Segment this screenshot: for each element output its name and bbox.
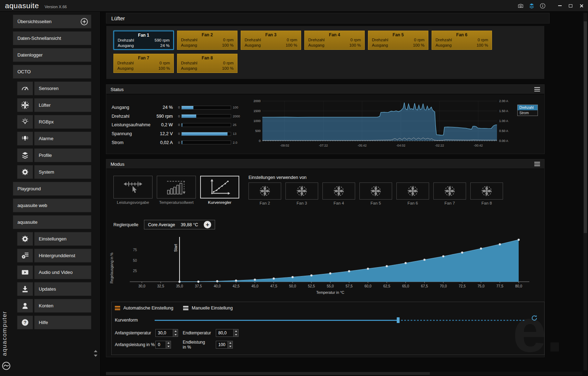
anfangstemperatur-input[interactable]: 30,0 bbox=[155, 329, 178, 337]
fan-card-7[interactable]: Fan 7 Drehzahl0 rpm Ausgang100 % bbox=[113, 54, 174, 73]
mode-leistungsvorgabe[interactable]: Leistungsvorgabe bbox=[113, 176, 153, 205]
svg-text:65,0: 65,0 bbox=[402, 284, 409, 288]
svg-text:2000: 2000 bbox=[253, 99, 261, 103]
apply-fan-7-button[interactable]: Fan 7 bbox=[433, 182, 466, 205]
svg-text:60,0: 60,0 bbox=[364, 284, 371, 288]
panel-menu-icon[interactable] bbox=[534, 162, 540, 166]
fan-card-8[interactable]: Fan 8 Drehzahl0 rpm Ausgang100 % bbox=[177, 54, 237, 73]
sidebar-item-profile[interactable]: Profile bbox=[17, 148, 91, 162]
status-history-chart: 00.00 A5000.50 A10001.00 A15001.50 A2000… bbox=[248, 98, 522, 152]
sidebar-item-sensoren[interactable]: Sensoren bbox=[17, 81, 91, 95]
spin-down[interactable] bbox=[173, 333, 178, 337]
spin-up[interactable] bbox=[166, 341, 171, 345]
spin-down[interactable] bbox=[166, 345, 171, 349]
vertical-scrollbar[interactable] bbox=[583, 13, 587, 370]
scrollbar-thumb[interactable] bbox=[584, 21, 587, 233]
tab-automatische-einstellung[interactable]: Automatische Einstellung bbox=[115, 306, 173, 311]
panel-menu-icon[interactable] bbox=[534, 87, 540, 91]
endtemperatur-input[interactable]: 80,0 bbox=[216, 329, 239, 337]
fan-curve-chart[interactable]: 30,032,535,037,540,042,545,047,550,052,5… bbox=[117, 235, 540, 302]
svg-text:50,0: 50,0 bbox=[289, 284, 296, 288]
fan-card-4[interactable]: Fan 4 Drehzahl0 rpm Ausgang100 % bbox=[304, 31, 365, 50]
scrollbar-thumb[interactable] bbox=[106, 372, 430, 375]
mode-kurvenregler[interactable]: Kurvenregler bbox=[200, 176, 239, 205]
sidebar-item-hilfe[interactable]: Hilfe bbox=[17, 316, 91, 329]
svg-text:25: 25 bbox=[133, 269, 137, 273]
sidebar-item-aquasuite[interactable]: aquasuite bbox=[13, 215, 91, 229]
endleistung-label: Endleistung in % bbox=[183, 340, 205, 350]
sidebar-item-octo[interactable]: OCTO bbox=[13, 65, 91, 79]
spin-up[interactable] bbox=[173, 329, 178, 333]
fan-card-1[interactable]: Fan 1 Drehzahl590 rpm Ausgang24 % bbox=[113, 31, 174, 50]
status-row-ausgang: Ausgang 24 % 0 100 bbox=[112, 103, 243, 112]
sidebar-scroll-down[interactable] bbox=[94, 355, 97, 357]
sidebar-item-alarme[interactable]: Alarme bbox=[17, 132, 91, 145]
fan-curve-chart-block: Regelausgang in % 30,032,535,037,540,042… bbox=[117, 235, 540, 302]
layers-icon[interactable] bbox=[528, 2, 535, 10]
minimize-button[interactable] bbox=[555, 1, 565, 10]
fan-card-6[interactable]: Fan 6 Drehzahl0 rpm Ausgang100 % bbox=[432, 31, 492, 50]
sidebar-item-hintergrunddienst[interactable]: Hintergrunddienst bbox=[17, 249, 91, 263]
sidebar-item-uebersichtsseiten[interactable]: Übersichtsseiten bbox=[13, 15, 91, 28]
minimize-icon bbox=[558, 5, 562, 6]
reglerquelle-row: Reglerquelle Core Average 39,88 °C + bbox=[113, 220, 215, 229]
progress-bar bbox=[181, 123, 231, 127]
sidebar-item-konten[interactable]: Konten bbox=[17, 299, 91, 313]
apply-fan-2-button[interactable]: Fan 2 bbox=[248, 182, 281, 205]
spin-up[interactable] bbox=[228, 341, 232, 345]
kurvenform-row: Kurvenform bbox=[115, 318, 539, 323]
sidebar-item-luefter[interactable]: Lüfter bbox=[17, 98, 91, 112]
sidebar-item-rgbpx[interactable]: RGBpx bbox=[17, 115, 91, 129]
menu-bars-icon bbox=[183, 306, 188, 310]
anfangsleistung-label: Anfangsleistung in % bbox=[115, 342, 155, 347]
gauge-icon bbox=[17, 81, 33, 95]
status-row-leistungsaufnahme: Leistungsaufnahme 0,2 W 0 25 bbox=[112, 121, 243, 129]
add-overview-page-icon[interactable] bbox=[80, 18, 88, 26]
endleistung-input[interactable]: 100 bbox=[216, 341, 233, 349]
slider-handle[interactable] bbox=[397, 317, 400, 323]
apply-fan-6-button[interactable]: Fan 6 bbox=[396, 182, 429, 205]
status-table: Ausgang 24 % 0 100 Drehzahl 590 rpm 0 20… bbox=[112, 103, 243, 147]
fan-card-3[interactable]: Fan 3 Drehzahl0 rpm Ausgang100 % bbox=[241, 31, 301, 50]
apply-fan-3-button[interactable]: Fan 3 bbox=[285, 182, 318, 205]
maximize-button[interactable] bbox=[565, 1, 576, 10]
mode-temperatursollwert[interactable]: Temperatursollwert bbox=[157, 176, 196, 205]
info-icon[interactable] bbox=[539, 2, 546, 10]
tab-manuelle-einstellung[interactable]: Manuelle Einstellung bbox=[183, 306, 232, 311]
spin-down[interactable] bbox=[228, 345, 232, 349]
sidebar-item-audio-und-video[interactable]: Audio und Video bbox=[17, 265, 91, 279]
bulb-icon bbox=[17, 115, 33, 129]
sidebar-item-updates[interactable]: Updates bbox=[17, 282, 91, 296]
progress-bar bbox=[181, 132, 231, 136]
aquasuite-window: aquasuite Version X.66 aquacomputer Über… bbox=[0, 0, 588, 376]
horizontal-scrollbar[interactable] bbox=[106, 372, 582, 375]
apply-fan-5-button[interactable]: Fan 5 bbox=[359, 182, 392, 205]
anfangsleistung-input[interactable]: 0 bbox=[155, 341, 171, 349]
sidebar-item-einstellungen[interactable]: Einstellungen bbox=[17, 232, 91, 246]
legend-item-drehzahl[interactable]: Drehzahl bbox=[518, 105, 538, 110]
sidebar-item-playground[interactable]: Playground bbox=[13, 182, 91, 196]
apply-fan-8-button[interactable]: Fan 8 bbox=[470, 182, 503, 205]
sidebar-item-system[interactable]: System bbox=[17, 165, 91, 179]
fan-cards-panel: Fan 1 Drehzahl590 rpm Ausgang24 % Fan 2 … bbox=[106, 26, 545, 79]
controller-source-box[interactable]: Core Average 39,88 °C + bbox=[144, 220, 215, 229]
spin-down[interactable] bbox=[234, 333, 238, 337]
add-source-button[interactable]: + bbox=[204, 221, 211, 228]
page-title: Lüfter bbox=[106, 13, 550, 23]
fan-card-5[interactable]: Fan 5 Drehzahl0 rpm Ausgang100 % bbox=[368, 31, 428, 50]
refresh-icon[interactable] bbox=[531, 314, 539, 322]
svg-text:75: 75 bbox=[133, 248, 137, 252]
apply-fan-4-button[interactable]: Fan 4 bbox=[322, 182, 355, 205]
sidebar-item-aquasuite-web[interactable]: aquasuite web bbox=[13, 198, 91, 212]
svg-text:77,5: 77,5 bbox=[496, 284, 503, 288]
sidebar-item-datenlogger[interactable]: Datenlogger bbox=[13, 48, 91, 62]
sidebar-scroll-up[interactable] bbox=[94, 350, 97, 352]
fan-card-2[interactable]: Fan 2 Drehzahl0 rpm Ausgang100 % bbox=[177, 31, 237, 50]
kurvenform-slider[interactable] bbox=[155, 320, 525, 321]
sidebar-item-daten-schnellansicht[interactable]: Daten-Schnellansicht bbox=[13, 31, 91, 45]
spin-up[interactable] bbox=[234, 329, 238, 333]
legend-item-strom[interactable]: Strom bbox=[518, 110, 538, 116]
status-row-drehzahl: Drehzahl 590 rpm 0 2000 bbox=[112, 112, 243, 121]
close-button[interactable] bbox=[576, 1, 587, 10]
screenshot-icon[interactable] bbox=[517, 2, 524, 10]
